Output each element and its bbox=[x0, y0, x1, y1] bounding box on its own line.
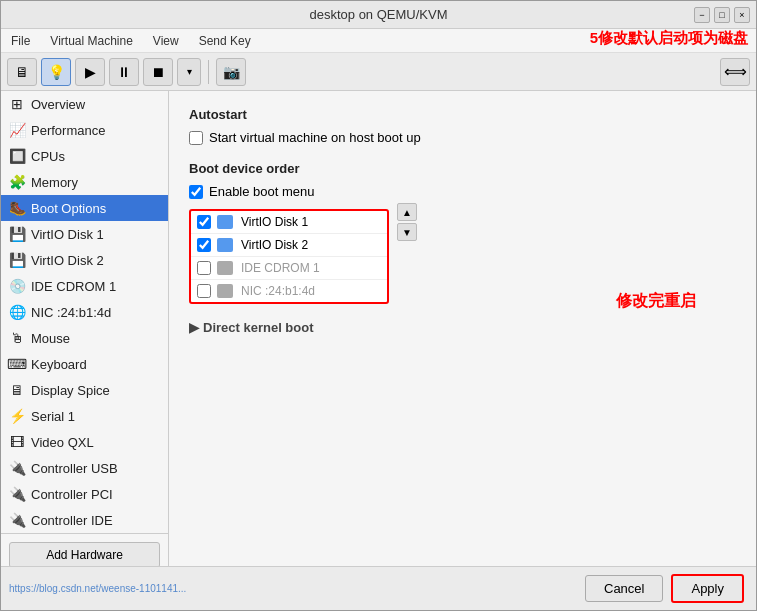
sidebar-label-memory: Memory bbox=[31, 175, 78, 190]
power-dropdown[interactable]: ▾ bbox=[177, 58, 201, 86]
sidebar-label-mouse: Mouse bbox=[31, 331, 70, 346]
menu-file[interactable]: File bbox=[7, 32, 34, 50]
move-down-button[interactable]: ▼ bbox=[397, 223, 417, 241]
boot-options-icon: 🥾 bbox=[9, 200, 25, 216]
sidebar-item-virtio-disk-1[interactable]: 💾 VirtIO Disk 1 bbox=[1, 221, 168, 247]
content-area: Autostart Start virtual machine on host … bbox=[169, 91, 756, 566]
sidebar-item-virtio-disk-2[interactable]: 💾 VirtIO Disk 2 bbox=[1, 247, 168, 273]
network-button[interactable]: ⟺ bbox=[720, 58, 750, 86]
toolbar: 🖥 💡 ▶ ⏸ ⏹ ▾ 📷 ⟺ bbox=[1, 53, 756, 91]
virtio-disk-1-icon: 💾 bbox=[9, 226, 25, 242]
overview-icon: ⊞ bbox=[9, 96, 25, 112]
boot-check-ide-cdrom-1[interactable] bbox=[197, 261, 211, 275]
sidebar-item-mouse[interactable]: 🖱 Mouse bbox=[1, 325, 168, 351]
memory-icon: 🧩 bbox=[9, 174, 25, 190]
sidebar-item-display-spice[interactable]: 🖥 Display Spice bbox=[1, 377, 168, 403]
screenshot-button[interactable]: 📷 bbox=[216, 58, 246, 86]
enable-boot-menu-label: Enable boot menu bbox=[209, 184, 315, 199]
nic-list-icon bbox=[217, 284, 233, 298]
sidebar-label-overview: Overview bbox=[31, 97, 85, 112]
boot-device-order-label: Boot device order bbox=[189, 161, 736, 176]
sidebar-label-performance: Performance bbox=[31, 123, 105, 138]
boot-item-virtio-disk-2: VirtIO Disk 2 bbox=[191, 234, 387, 257]
bottom-bar: https://blog.csdn.net/weense-1101141... … bbox=[1, 566, 756, 610]
sidebar-label-nic: NIC :24:b1:4d bbox=[31, 305, 111, 320]
boot-label-virtio-disk-1: VirtIO Disk 1 bbox=[241, 215, 308, 229]
sidebar-item-boot-options[interactable]: 🥾 Boot Options bbox=[1, 195, 168, 221]
boot-item-virtio-disk-1: VirtIO Disk 1 bbox=[191, 211, 387, 234]
sidebar-label-keyboard: Keyboard bbox=[31, 357, 87, 372]
boot-arrows: ▲ ▼ bbox=[397, 203, 417, 241]
window-controls: − □ × bbox=[694, 7, 750, 23]
move-up-button[interactable]: ▲ bbox=[397, 203, 417, 221]
sidebar-item-controller-ide[interactable]: 🔌 Controller IDE bbox=[1, 507, 168, 533]
boot-list: VirtIO Disk 1 VirtIO Disk 2 IDE CDROM 1 bbox=[189, 209, 389, 304]
boot-label-virtio-disk-2: VirtIO Disk 2 bbox=[241, 238, 308, 252]
direct-kernel-header[interactable]: ▶ Direct kernel boot bbox=[189, 320, 736, 335]
virtio-disk-2-list-icon bbox=[217, 238, 233, 252]
autostart-section: Autostart Start virtual machine on host … bbox=[189, 107, 736, 145]
ide-cdrom-1-icon: 💿 bbox=[9, 278, 25, 294]
add-hardware-button[interactable]: Add Hardware bbox=[9, 542, 160, 566]
enable-boot-menu-row: Enable boot menu bbox=[189, 184, 736, 199]
display-spice-icon: 🖥 bbox=[9, 382, 25, 398]
boot-check-virtio-disk-1[interactable] bbox=[197, 215, 211, 229]
sidebar-label-cpus: CPUs bbox=[31, 149, 65, 164]
serial-1-icon: ⚡ bbox=[9, 408, 25, 424]
pause-button[interactable]: ⏸ bbox=[109, 58, 139, 86]
video-qxl-icon: 🎞 bbox=[9, 434, 25, 450]
maximize-button[interactable]: □ bbox=[714, 7, 730, 23]
sidebar-label-boot-options: Boot Options bbox=[31, 201, 106, 216]
sidebar-item-performance[interactable]: 📈 Performance bbox=[1, 117, 168, 143]
sidebar-item-controller-usb[interactable]: 🔌 Controller USB bbox=[1, 455, 168, 481]
boot-item-nic: NIC :24:b1:4d bbox=[191, 280, 387, 302]
boot-item-ide-cdrom-1: IDE CDROM 1 bbox=[191, 257, 387, 280]
close-button[interactable]: × bbox=[734, 7, 750, 23]
menu-view[interactable]: View bbox=[149, 32, 183, 50]
apply-button[interactable]: Apply bbox=[671, 574, 744, 603]
boot-check-virtio-disk-2[interactable] bbox=[197, 238, 211, 252]
sidebar: ⊞ Overview 📈 Performance 🔲 CPUs 🧩 Memory… bbox=[1, 91, 169, 566]
controller-usb-icon: 🔌 bbox=[9, 460, 25, 476]
footer-link: https://blog.csdn.net/weense-1101141... bbox=[9, 583, 186, 594]
minimize-button[interactable]: − bbox=[694, 7, 710, 23]
sidebar-item-memory[interactable]: 🧩 Memory bbox=[1, 169, 168, 195]
sidebar-item-ide-cdrom-1[interactable]: 💿 IDE CDROM 1 bbox=[1, 273, 168, 299]
sidebar-item-keyboard[interactable]: ⌨ Keyboard bbox=[1, 351, 168, 377]
ide-cdrom-1-list-icon bbox=[217, 261, 233, 275]
virtio-disk-1-list-icon bbox=[217, 215, 233, 229]
sidebar-label-controller-usb: Controller USB bbox=[31, 461, 118, 476]
performance-icon: 📈 bbox=[9, 122, 25, 138]
direct-kernel-section: ▶ Direct kernel boot bbox=[189, 320, 736, 335]
stop-button[interactable]: ⏹ bbox=[143, 58, 173, 86]
sidebar-label-display-spice: Display Spice bbox=[31, 383, 110, 398]
sidebar-item-video-qxl[interactable]: 🎞 Video QXL bbox=[1, 429, 168, 455]
sidebar-item-nic[interactable]: 🌐 NIC :24:b1:4d bbox=[1, 299, 168, 325]
autostart-checkbox-label: Start virtual machine on host boot up bbox=[209, 130, 421, 145]
title-bar: desktop on QEMU/KVM − □ × bbox=[1, 1, 756, 29]
sidebar-label-ide-cdrom-1: IDE CDROM 1 bbox=[31, 279, 116, 294]
monitor-button[interactable]: 🖥 bbox=[7, 58, 37, 86]
sidebar-item-serial-1[interactable]: ⚡ Serial 1 bbox=[1, 403, 168, 429]
sidebar-label-controller-ide: Controller IDE bbox=[31, 513, 113, 528]
sidebar-item-overview[interactable]: ⊞ Overview bbox=[1, 91, 168, 117]
direct-kernel-label: Direct kernel boot bbox=[203, 320, 314, 335]
boot-check-nic[interactable] bbox=[197, 284, 211, 298]
sidebar-item-controller-pci[interactable]: 🔌 Controller PCI bbox=[1, 481, 168, 507]
boot-order-row: VirtIO Disk 1 VirtIO Disk 2 IDE CDROM 1 bbox=[189, 203, 736, 304]
autostart-checkbox[interactable] bbox=[189, 131, 203, 145]
main-content: ⊞ Overview 📈 Performance 🔲 CPUs 🧩 Memory… bbox=[1, 91, 756, 566]
direct-kernel-chevron-icon: ▶ bbox=[189, 320, 199, 335]
boot-order-section: Boot device order Enable boot menu VirtI… bbox=[189, 161, 736, 304]
cpus-icon: 🔲 bbox=[9, 148, 25, 164]
cancel-button[interactable]: Cancel bbox=[585, 575, 663, 602]
mouse-icon: 🖱 bbox=[9, 330, 25, 346]
controller-ide-icon: 🔌 bbox=[9, 512, 25, 528]
enable-boot-menu-checkbox[interactable] bbox=[189, 185, 203, 199]
sidebar-item-cpus[interactable]: 🔲 CPUs bbox=[1, 143, 168, 169]
sidebar-bottom: Add Hardware bbox=[1, 533, 168, 566]
settings-button[interactable]: 💡 bbox=[41, 58, 71, 86]
menu-send-key[interactable]: Send Key bbox=[195, 32, 255, 50]
menu-virtual-machine[interactable]: Virtual Machine bbox=[46, 32, 137, 50]
play-button[interactable]: ▶ bbox=[75, 58, 105, 86]
